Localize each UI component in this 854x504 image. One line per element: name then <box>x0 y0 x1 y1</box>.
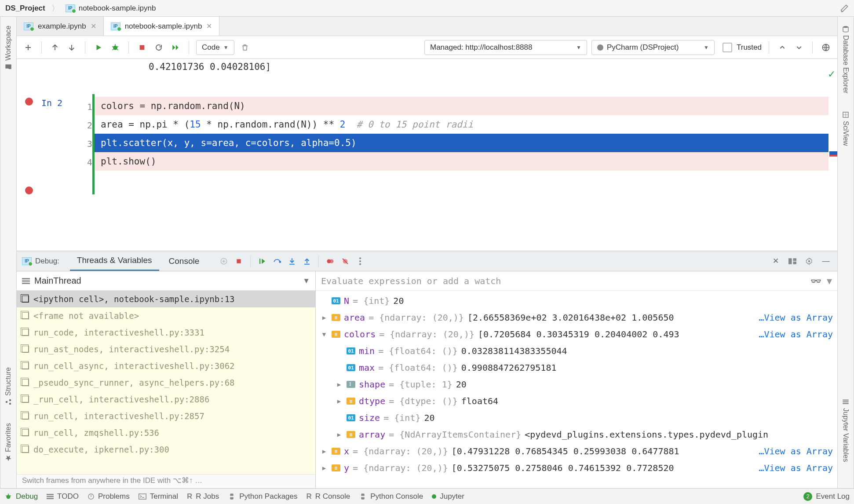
variable-row[interactable]: 01 min = {float64: ()} 0.032838114383355… <box>316 343 837 359</box>
variable-row[interactable]: ▶≡ y = {ndarray: (20,)} [0.53275075 0.27… <box>316 460 837 476</box>
favorites-tool-button[interactable]: Favorites <box>4 423 12 462</box>
trusted-label: Trusted <box>737 43 762 52</box>
jupyter-variables-button[interactable]: Jupyter Variables <box>842 398 850 462</box>
open-browser-button[interactable] <box>820 41 832 54</box>
view-as-array-link[interactable]: …View as Array <box>759 329 833 340</box>
watch-input[interactable]: Evaluate expression or add a watch 👓 ▼ <box>316 271 837 291</box>
tab-console[interactable]: Console <box>162 251 207 271</box>
debug-cell-button[interactable] <box>109 41 121 54</box>
stack-frame[interactable]: run_cell, zmqshell.py:536 <box>17 424 315 441</box>
next-cell-button[interactable] <box>793 41 805 54</box>
tab-notebook-sample[interactable]: IP notebook-sample.ipynb ✕ <box>104 17 220 36</box>
resume-button[interactable] <box>256 255 268 267</box>
view-breakpoints-button[interactable] <box>324 255 336 267</box>
move-down-button[interactable] <box>66 41 78 54</box>
status-jupyter[interactable]: Jupyter <box>432 492 464 501</box>
stack-frame[interactable]: <ipython cell>, notebook-sample.ipynb:13 <box>17 291 315 307</box>
breadcrumb-project[interactable]: DS_Project <box>5 4 45 13</box>
variable-row[interactable]: ▶≡ area = {ndarray: (20,)} [2.66558369e+… <box>316 309 837 326</box>
trusted-checkbox[interactable] <box>723 43 732 52</box>
settings-button[interactable] <box>803 255 815 267</box>
status-event-log[interactable]: 2 Event Log <box>803 492 850 501</box>
error-stripe[interactable]: ✓ <box>829 59 837 251</box>
stack-frame[interactable]: <frame not available> <box>17 307 315 324</box>
restart-button[interactable] <box>153 41 165 54</box>
close-icon[interactable]: ✕ <box>91 22 96 30</box>
stack-frame[interactable]: run_cell_async, interactiveshell.py:3062 <box>17 358 315 374</box>
delete-cell-button[interactable] <box>239 41 251 54</box>
database-explorer-button[interactable]: Database Explorer <box>842 26 850 94</box>
chevron-down-icon: ▼ <box>576 44 581 51</box>
variable-row[interactable]: ▶⠇ shape = {tuple: 1} 20 <box>316 376 837 393</box>
step-into-button[interactable] <box>286 255 298 267</box>
prev-cell-button[interactable] <box>776 41 788 54</box>
variable-row[interactable]: ▼≡ colors = {ndarray: (20,)} [0.7205684 … <box>316 326 837 343</box>
frames-pane: MainThread ▼ <ipython cell>, notebook-sa… <box>17 271 316 488</box>
status-debug[interactable]: Debug <box>4 492 38 501</box>
glasses-icon[interactable]: 👓 <box>810 276 821 286</box>
tab-example[interactable]: IP example.ipynb ✕ <box>17 17 104 36</box>
kernel-dropdown[interactable]: PyCharm (DSProject) ▼ <box>591 40 715 55</box>
stack-frame[interactable]: run_ast_nodes, interactiveshell.py:3254 <box>17 341 315 358</box>
breadcrumb-file[interactable]: notebook-sample.ipynb <box>79 4 156 13</box>
status-todo[interactable]: TODO <box>47 492 79 501</box>
close-panel-button[interactable]: ✕ <box>770 255 782 267</box>
svg-point-13 <box>359 257 361 259</box>
code-content[interactable]: colors = np.random.rand(N) area = np.pi … <box>92 94 837 194</box>
svg-rect-8 <box>259 259 260 264</box>
stop-debug-button[interactable] <box>233 255 245 267</box>
breadcrumb: DS_Project 〉 IP notebook-sample.ipynb <box>0 0 854 17</box>
cell-type-dropdown[interactable]: Code ▼ <box>196 40 234 55</box>
minimize-panel-button[interactable]: — <box>820 255 832 267</box>
chevron-down-icon[interactable]: ▼ <box>827 276 832 286</box>
server-dropdown[interactable]: Managed: http://localhost:8888 ▼ <box>424 40 587 55</box>
variable-row[interactable]: ▶≡ array = {NdArrayItemsContainer} <pyde… <box>316 426 837 443</box>
sciview-button[interactable]: SciView <box>842 111 850 146</box>
frame-icon <box>22 429 29 436</box>
view-as-array-link[interactable]: …View as Array <box>759 463 833 473</box>
workspace-tool-button[interactable]: Workspace <box>4 26 12 70</box>
structure-tool-button[interactable]: Structure <box>4 367 12 405</box>
status-python-console[interactable]: Python Console <box>359 492 423 501</box>
variable-row[interactable]: 01 max = {float64: ()} 0.990884726279518… <box>316 359 837 376</box>
stack-frame[interactable]: run_code, interactiveshell.py:3331 <box>17 324 315 341</box>
status-problems[interactable]: Problems <box>88 492 130 501</box>
run-all-button[interactable] <box>169 41 182 54</box>
stack-frame[interactable]: _run_cell, interactiveshell.py:2886 <box>17 391 315 408</box>
frames-list[interactable]: <ipython cell>, notebook-sample.ipynb:13… <box>17 291 315 474</box>
view-as-array-link[interactable]: …View as Array <box>759 312 833 323</box>
status-rjobs[interactable]: R R Jobs <box>187 492 219 501</box>
layout-button[interactable] <box>786 255 799 267</box>
breakpoint-icon[interactable] <box>25 186 33 194</box>
breakpoint-gutter[interactable] <box>17 94 41 194</box>
mute-breakpoints-button[interactable] <box>339 255 351 267</box>
variable-row[interactable]: 01 N = {int} 20 <box>316 292 837 309</box>
add-cell-button[interactable] <box>22 41 34 54</box>
chevron-right-icon: 〉 <box>51 3 59 14</box>
thread-selector[interactable]: MainThread ▼ <box>17 271 315 291</box>
stop-button[interactable] <box>136 41 148 54</box>
run-cell-button[interactable] <box>92 41 105 54</box>
code-cell[interactable]: In 2 1 2 3 4 colors = np.random.rand(N) … <box>17 94 837 194</box>
step-out-button[interactable] <box>301 255 313 267</box>
tab-threads-variables[interactable]: Threads & Variables <box>70 251 159 271</box>
notebook-toolbar: Code ▼ Managed: http://localhost:8888 ▼ … <box>17 36 837 59</box>
status-python-packages[interactable]: Python Packages <box>228 492 297 501</box>
status-terminal[interactable]: Terminal <box>139 492 178 501</box>
variable-row[interactable]: ▶≡ x = {ndarray: (20,)} [0.47931228 0.76… <box>316 443 837 460</box>
variable-row[interactable]: 01 size = {int} 20 <box>316 409 837 426</box>
breakpoint-icon[interactable] <box>25 98 33 106</box>
stack-frame[interactable]: _pseudo_sync_runner, async_helpers.py:68 <box>17 374 315 391</box>
edit-icon[interactable] <box>840 4 849 13</box>
close-icon[interactable]: ✕ <box>206 22 212 30</box>
status-rconsole[interactable]: R R Console <box>307 492 350 501</box>
move-up-button[interactable] <box>49 41 61 54</box>
add-config-button[interactable] <box>218 255 230 267</box>
stack-frame[interactable]: run_cell, interactiveshell.py:2857 <box>17 408 315 424</box>
variable-row[interactable]: ▶≡ dtype = {dtype: ()} float64 <box>316 393 837 409</box>
variables-list[interactable]: 01 N = {int} 20 ▶≡ area = {ndarray: (20,… <box>316 291 837 488</box>
step-over-button[interactable] <box>271 255 283 267</box>
more-debug-button[interactable] <box>354 255 366 267</box>
view-as-array-link[interactable]: …View as Array <box>759 446 833 457</box>
stack-frame[interactable]: do_execute, ipkernel.py:300 <box>17 441 315 458</box>
